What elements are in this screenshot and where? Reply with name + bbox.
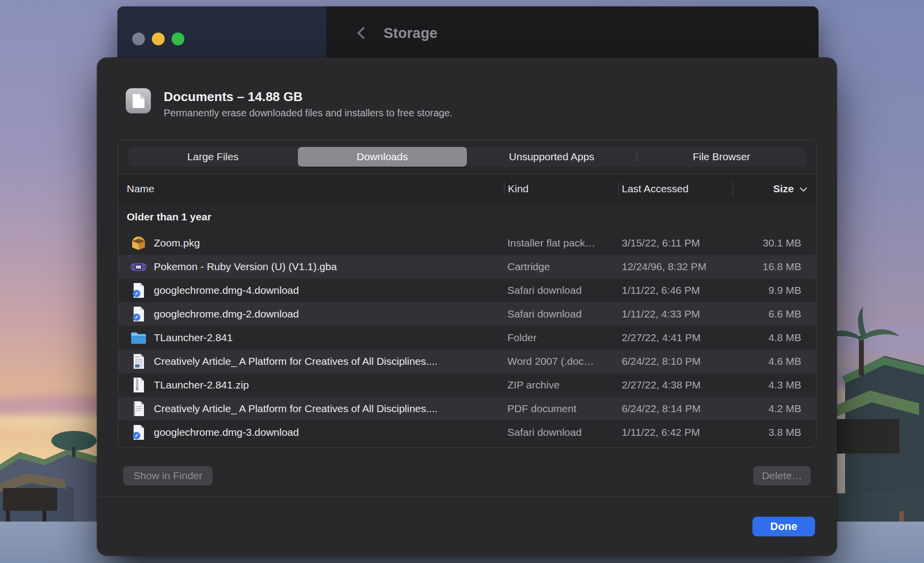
file-kind: PDF document (507, 403, 617, 415)
table-row[interactable]: TLauncher-2.841.zipZIP archive2/27/22, 4… (118, 373, 816, 397)
table-row[interactable]: Creatively Article_ A Platform for Creat… (118, 397, 816, 421)
show-in-finder-button[interactable]: Show in Finder (123, 466, 213, 485)
column-header-size-label: Size (773, 183, 794, 195)
column-divider (504, 181, 504, 196)
tab-unsupported-apps[interactable]: Unsupported Apps (467, 147, 637, 167)
table-row[interactable]: Pokemon - Ruby Version (U) (V1.1).gbaCar… (118, 255, 816, 279)
file-size: 30.1 MB (763, 237, 801, 249)
table-row[interactable]: googlechrome.dmg-3.downloadSafari downlo… (118, 421, 816, 444)
file-name-cell: googlechrome.dmg-3.download (130, 424, 500, 441)
file-last-accessed: 12/24/96, 8:32 PM (622, 261, 730, 273)
file-kind: ZIP archive (507, 379, 617, 391)
table-row[interactable]: TLauncher-2.841Folder2/27/22, 4:41 PM4.8… (118, 326, 816, 350)
chevron-down-icon (800, 183, 807, 195)
file-name-cell: googlechrome.dmg-2.download (130, 306, 500, 322)
file-last-accessed: 2/27/22, 4:38 PM (622, 379, 730, 391)
table-row[interactable]: googlechrome.dmg-2.downloadSafari downlo… (118, 302, 816, 326)
column-header-kind[interactable]: Kind (508, 175, 529, 203)
file-size: 3.8 MB (768, 426, 801, 438)
file-kind: Word 2007 (.doc… (507, 355, 617, 367)
file-last-accessed: 6/24/22, 8:10 PM (622, 355, 730, 367)
tab-file-browser[interactable]: File Browser (637, 147, 807, 167)
file-name-cell: Zoom.pkg (130, 235, 500, 251)
file-name: TLauncher-2.841.zip (154, 379, 249, 391)
section-label: Older than 1 year (127, 211, 212, 223)
footer-divider (97, 496, 837, 497)
file-name: googlechrome.dmg-4.download (154, 284, 299, 296)
dialog-subtitle: Permanently erase downloaded files and i… (164, 107, 453, 119)
table-row[interactable]: Zoom.pkgInstaller flat pack…3/15/22, 6:1… (118, 231, 816, 255)
safari-download-icon (130, 424, 147, 441)
file-size: 4.2 MB (768, 403, 801, 415)
file-name-cell: Creatively Article_ A Platform for Creat… (130, 400, 500, 417)
file-kind: Folder (507, 332, 617, 344)
table-header: Name Kind Last Accessed Size (118, 175, 816, 203)
file-size: 6.6 MB (768, 308, 801, 320)
table-row[interactable]: Creatively Article_ A Platform for Creat… (118, 350, 816, 373)
chevron-left-icon[interactable] (357, 27, 369, 39)
zoom-button[interactable] (172, 33, 184, 45)
file-name-cell: Pokemon - Ruby Version (U) (V1.1).gba (130, 258, 500, 275)
window-controls (132, 33, 184, 45)
pdf-icon (130, 400, 147, 417)
file-name-cell: googlechrome.dmg-4.download (130, 282, 500, 299)
file-last-accessed: 1/11/22, 6:46 PM (622, 284, 730, 296)
column-divider (733, 181, 733, 196)
segmented-control: Large FilesDownloadsUnsupported AppsFile… (128, 147, 806, 167)
file-last-accessed: 1/11/22, 4:33 PM (622, 308, 730, 320)
table-section-header: Older than 1 year (118, 203, 816, 231)
downloads-panel: Large FilesDownloadsUnsupported AppsFile… (118, 140, 817, 448)
file-table: Older than 1 year Zoom.pkgInstaller flat… (118, 203, 816, 447)
background-window-titlebar: Storage (326, 6, 818, 60)
file-last-accessed: 1/11/22, 6:42 PM (622, 426, 730, 438)
safari-download-icon (130, 282, 147, 299)
done-button[interactable]: Done (752, 517, 815, 536)
file-kind: Cartridge (507, 261, 617, 273)
storage-documents-dialog: Documents – 14.88 GB Permanently erase d… (97, 58, 837, 556)
file-name: Creatively Article_ A Platform for Creat… (154, 403, 437, 415)
dialog-title: Documents – 14.88 GB (164, 89, 303, 105)
file-size: 4.6 MB (768, 355, 801, 367)
file-last-accessed: 2/27/22, 4:41 PM (622, 332, 730, 344)
file-name: googlechrome.dmg-2.download (154, 308, 299, 320)
file-name: Pokemon - Ruby Version (U) (V1.1).gba (154, 261, 337, 273)
tab-strip: Large FilesDownloadsUnsupported AppsFile… (118, 140, 816, 175)
minimize-button[interactable] (152, 33, 165, 45)
file-size: 9.9 MB (768, 284, 801, 296)
word-doc-icon (130, 353, 147, 370)
file-kind: Safari download (507, 284, 617, 296)
cartridge-icon (130, 258, 147, 275)
file-name-cell: TLauncher-2.841.zip (130, 377, 500, 393)
column-header-size[interactable]: Size (773, 175, 807, 203)
file-size: 16.8 MB (763, 261, 801, 273)
folder-icon (130, 329, 147, 346)
file-name: Zoom.pkg (154, 237, 200, 249)
delete-button[interactable]: Delete… (753, 466, 811, 485)
file-last-accessed: 6/24/22, 8:14 PM (622, 403, 730, 415)
background-window-title: Storage (384, 25, 437, 41)
column-header-last-accessed[interactable]: Last Accessed (622, 175, 688, 203)
close-button[interactable] (132, 33, 145, 45)
tab-large-files[interactable]: Large Files (128, 147, 298, 167)
file-name: Creatively Article_ A Platform for Creat… (154, 355, 437, 367)
file-last-accessed: 3/15/22, 6:11 PM (622, 237, 730, 249)
zip-icon (130, 377, 147, 393)
column-header-name[interactable]: Name (127, 175, 154, 203)
safari-download-icon (130, 306, 147, 322)
table-row[interactable]: googlechrome.dmg-4.downloadSafari downlo… (118, 279, 816, 302)
file-name-cell: TLauncher-2.841 (130, 329, 500, 346)
file-name-cell: Creatively Article_ A Platform for Creat… (130, 353, 500, 370)
file-kind: Safari download (507, 308, 617, 320)
package-icon (130, 235, 147, 251)
file-kind: Installer flat pack… (507, 237, 617, 249)
column-divider (618, 181, 619, 196)
file-size: 4.8 MB (768, 332, 801, 344)
tab-downloads[interactable]: Downloads (298, 147, 467, 167)
file-name: googlechrome.dmg-3.download (154, 426, 299, 438)
file-size: 4.3 MB (768, 379, 801, 391)
file-name: TLauncher-2.841 (154, 332, 233, 344)
file-kind: Safari download (507, 426, 617, 438)
document-icon (126, 88, 151, 113)
